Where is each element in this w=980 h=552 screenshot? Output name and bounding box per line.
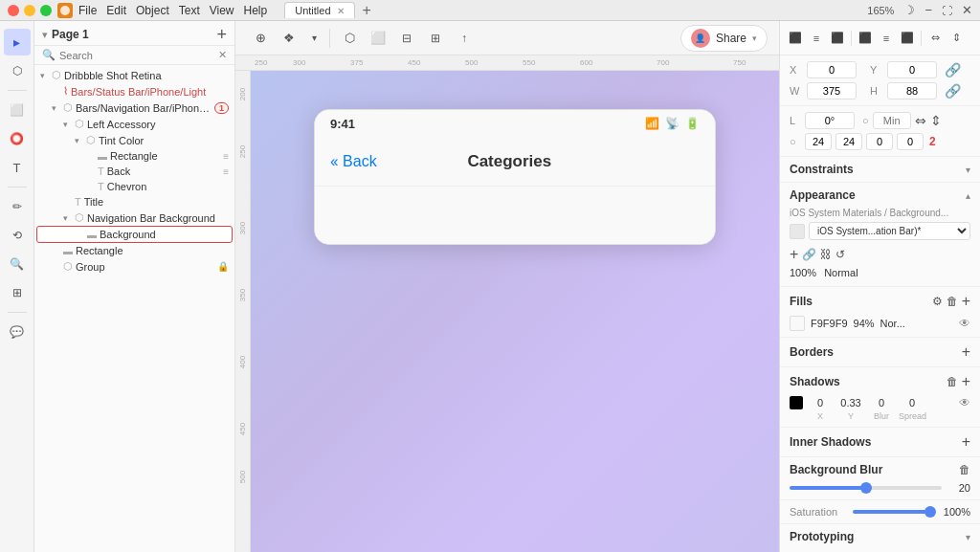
- flatten-tool-btn[interactable]: ⊟: [393, 25, 420, 52]
- constraints-header[interactable]: Constraints ▾: [780, 157, 980, 182]
- layer-rectangle-2[interactable]: ▬ Rectangle: [36, 243, 233, 258]
- align-mid-icon[interactable]: ≡: [877, 29, 896, 48]
- tool-text[interactable]: T: [4, 154, 31, 181]
- w-input[interactable]: [807, 82, 857, 99]
- tool-oval[interactable]: ⭕: [4, 125, 31, 152]
- r2-input[interactable]: [835, 133, 862, 150]
- prototyping-header[interactable]: Prototyping ▾: [780, 524, 980, 549]
- close-dot[interactable]: [8, 5, 19, 16]
- layer-rectangle[interactable]: ▬ Rectangle ≡: [36, 148, 233, 164]
- align-bottom-icon[interactable]: ⬛: [898, 29, 917, 48]
- fills-add-icon[interactable]: +: [962, 293, 970, 310]
- layer-title[interactable]: T Title: [36, 194, 233, 210]
- add-appearance-icon[interactable]: +: [790, 246, 798, 263]
- minimize-icon[interactable]: −: [924, 3, 932, 17]
- nav-back-btn[interactable]: ‹ ‹ Back: [330, 153, 377, 170]
- r4-input[interactable]: [897, 133, 924, 150]
- search-input[interactable]: [59, 50, 214, 61]
- bool-tool-btn[interactable]: ⊞: [422, 25, 449, 52]
- distribute-v-icon[interactable]: ⇕: [947, 29, 966, 48]
- r1-input[interactable]: [805, 133, 832, 150]
- unlink-appearance-icon[interactable]: ⛓: [820, 248, 832, 261]
- search-clear-icon[interactable]: ✕: [218, 49, 227, 61]
- active-tab[interactable]: Untitled ✕: [284, 2, 354, 18]
- fill-eye-icon[interactable]: 👁: [959, 317, 970, 330]
- menu-file[interactable]: File: [78, 4, 97, 17]
- material-dropdown[interactable]: iOS System...ation Bar)*: [809, 222, 970, 240]
- window-close-icon[interactable]: ✕: [962, 3, 972, 17]
- borders-add-icon[interactable]: +: [962, 343, 970, 361]
- export-tool-btn[interactable]: ↑: [451, 25, 478, 52]
- refresh-appearance-icon[interactable]: ↺: [835, 248, 845, 261]
- tool-eyedrop[interactable]: 🔍: [4, 251, 31, 277]
- layer-bars-status[interactable]: ⌇ Bars/Status Bar/iPhone/Light: [36, 83, 233, 99]
- pen-tool-btn[interactable]: ⬡: [336, 25, 363, 52]
- mask-tool-btn[interactable]: ⬜: [365, 25, 391, 52]
- layer-dribbble[interactable]: ▾ ⬡ Dribbble Shot Retina: [36, 67, 233, 83]
- dropdown-tool-btn[interactable]: ▾: [304, 25, 323, 52]
- symbol-tool-btn[interactable]: ❖: [276, 25, 302, 52]
- flip-h-icon[interactable]: ⇔: [915, 113, 926, 128]
- page-add-icon[interactable]: +: [216, 26, 227, 43]
- appearance-header[interactable]: Appearance ▴: [780, 183, 980, 208]
- minimize-dot[interactable]: [24, 5, 35, 16]
- menu-edit[interactable]: Edit: [106, 4, 126, 17]
- tool-comment[interactable]: 💬: [4, 319, 31, 345]
- layer-group[interactable]: ⬡ Group 🔒: [36, 258, 233, 275]
- distribute-h-icon[interactable]: ⇔: [925, 29, 945, 48]
- tab-close-icon[interactable]: ✕: [337, 6, 345, 16]
- saturation-slider[interactable]: [853, 510, 934, 514]
- lock-ratio-icon[interactable]: 🔗: [945, 83, 961, 99]
- shadow-color-swatch[interactable]: [790, 396, 803, 409]
- layer-background[interactable]: ▬ Background: [36, 226, 233, 243]
- menu-object[interactable]: Object: [136, 4, 169, 17]
- flip-v-icon[interactable]: ⇕: [930, 113, 942, 128]
- angle-input[interactable]: [805, 112, 855, 129]
- align-right-icon[interactable]: ⬛: [828, 29, 847, 48]
- align-left-icon[interactable]: ⬛: [786, 29, 805, 48]
- position-link-icon[interactable]: 🔗: [945, 62, 961, 77]
- shadows-add-icon[interactable]: +: [962, 373, 970, 390]
- menu-view[interactable]: View: [210, 4, 234, 17]
- blur-slider[interactable]: [790, 486, 942, 490]
- insert-tool-btn[interactable]: ⊕: [247, 25, 274, 52]
- layer-tint-color[interactable]: ▾ ⬡ Tint Color: [36, 132, 233, 148]
- x-input[interactable]: [807, 61, 857, 78]
- layer-nav-bg[interactable]: ▾ ⬡ Navigation Bar Background: [36, 210, 233, 226]
- min-input[interactable]: [873, 112, 911, 129]
- tool-frame[interactable]: ⬡: [4, 57, 31, 84]
- window-maximize-icon[interactable]: ⛶: [942, 5, 952, 16]
- moon-icon[interactable]: ☽: [903, 3, 915, 17]
- tool-select[interactable]: ▸: [4, 29, 31, 55]
- page-expand-icon[interactable]: ▾: [42, 29, 48, 41]
- tool-transform[interactable]: ⟲: [4, 222, 31, 249]
- fills-settings-icon[interactable]: ⚙: [932, 295, 943, 308]
- layer-chevron[interactable]: T Chevron: [36, 179, 233, 194]
- shadow-eye-icon[interactable]: 👁: [959, 396, 970, 409]
- menu-text[interactable]: Text: [179, 4, 200, 17]
- saturation-thumb[interactable]: [924, 506, 936, 518]
- menu-help[interactable]: Help: [244, 4, 268, 17]
- bg-blur-delete-icon[interactable]: 🗑: [959, 463, 970, 476]
- link-appearance-icon[interactable]: 🔗: [802, 248, 816, 261]
- fill-color-swatch[interactable]: [790, 316, 805, 331]
- canvas-bg[interactable]: 9:41 📶 📡 🔋 ‹ ‹ Back Categories: [251, 71, 779, 552]
- align-top-icon[interactable]: ⬛: [856, 29, 875, 48]
- fills-delete-icon[interactable]: 🗑: [947, 295, 958, 308]
- r3-input[interactable]: [866, 133, 893, 150]
- layer-left-acc[interactable]: ▾ ⬡ Left Accessory: [36, 116, 233, 132]
- layer-bars-nav[interactable]: ▾ ⬡ Bars/Navigation Bar/iPhone - ... 1: [36, 99, 233, 116]
- shadows-delete-icon[interactable]: 🗑: [947, 375, 958, 388]
- tool-symbol[interactable]: ⊞: [4, 279, 31, 306]
- inner-shadows-add-icon[interactable]: +: [962, 433, 970, 451]
- tab-add-button[interactable]: +: [359, 2, 375, 19]
- tool-rect[interactable]: ⬜: [4, 97, 31, 123]
- share-button[interactable]: 👤 Share ▾: [680, 25, 768, 52]
- blur-thumb[interactable]: [860, 482, 872, 494]
- maximize-dot[interactable]: [40, 5, 52, 16]
- y-input[interactable]: [887, 61, 937, 78]
- align-center-icon[interactable]: ≡: [807, 29, 826, 48]
- h-input[interactable]: [887, 82, 937, 99]
- layer-back[interactable]: T Back ≡: [36, 164, 233, 179]
- tool-pencil[interactable]: ✏: [4, 193, 31, 220]
